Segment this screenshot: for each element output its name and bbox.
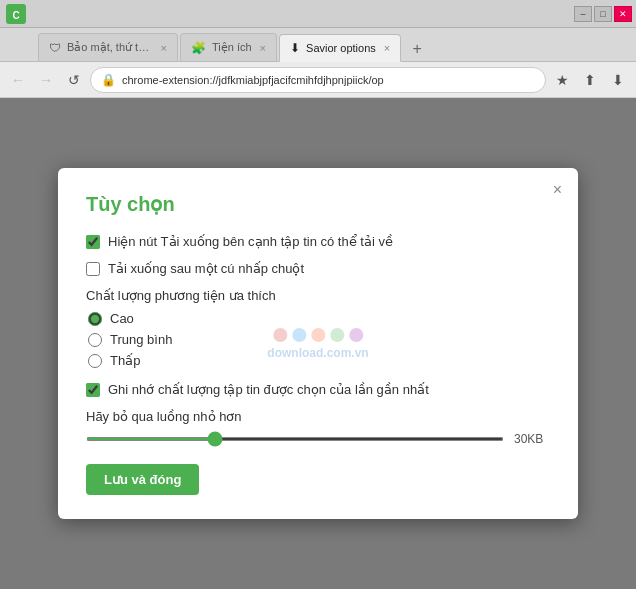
title-bar-buttons: – □ ✕ [574,6,632,22]
slider-label: Hãy bỏ qua luồng nhỏ hơn [86,409,550,424]
close-button[interactable]: ✕ [614,6,632,22]
tab-savior[interactable]: ⬇ Savior options × [279,34,401,62]
radio-trung-binh-row: Trung bình [88,332,550,347]
checkbox-remember-quality[interactable] [86,383,100,397]
address-bar[interactable]: 🔒 chrome-extension://jdfkmiabjpfjacifcmi… [90,67,546,93]
tab-label-extensions: Tiện ích [212,41,252,54]
checkbox-show-download-btn-label: Hiện nút Tải xuống bên cạnh tập tin có t… [108,234,393,249]
coccoc-logo: C [6,4,26,24]
tab-label-security: Bảo mật, thứ th... [67,41,153,54]
download-arrow-up[interactable]: ⬆ [578,68,602,92]
toolbar: ← → ↺ 🔒 chrome-extension://jdfkmiabjpfja… [0,62,636,98]
title-bar: C – □ ✕ [0,0,636,28]
slider-section: Hãy bỏ qua luồng nhỏ hơn 30KB [86,409,550,446]
back-button[interactable]: ← [6,68,30,92]
checkbox-one-click-row: Tải xuống sau một cú nhấp chuột [86,261,550,276]
tab-favicon-extensions: 🧩 [191,41,206,55]
tab-bar: 🛡 Bảo mật, thứ th... × 🧩 Tiện ích × ⬇ Sa… [0,28,636,62]
forward-button[interactable]: → [34,68,58,92]
page-content: download.com.vn × Tùy chọn Hiện nút Tải … [0,98,636,589]
dialog-title: Tùy chọn [86,192,550,216]
tab-close-extensions[interactable]: × [260,42,266,54]
address-icon: 🔒 [101,73,116,87]
slider-row: 30KB [86,432,550,446]
radio-trung-binh-label: Trung bình [110,332,172,347]
tab-extensions[interactable]: 🧩 Tiện ích × [180,33,277,61]
checkbox-show-download-btn-row: Hiện nút Tải xuống bên cạnh tập tin có t… [86,234,550,249]
checkbox-show-download-btn[interactable] [86,235,100,249]
slider-value: 30KB [514,432,550,446]
radio-thap-row: Thấp [88,353,550,368]
checkbox-remember-quality-row: Ghi nhớ chất lượng tập tin được chọn của… [86,382,550,397]
download-arrow-down[interactable]: ⬇ [606,68,630,92]
radio-thap-label: Thấp [110,353,140,368]
checkbox-one-click-label: Tải xuống sau một cú nhấp chuột [108,261,304,276]
tab-favicon-savior: ⬇ [290,41,300,55]
browser-window: C – □ ✕ 🛡 Bảo mật, thứ th... × 🧩 Tiện íc… [0,0,636,589]
save-close-button[interactable]: Lưu và đóng [86,464,199,495]
quality-radio-group: Cao Trung bình Thấp [88,311,550,368]
tab-close-security[interactable]: × [161,42,167,54]
checkbox-remember-quality-label: Ghi nhớ chất lượng tập tin được chọn của… [108,382,429,397]
radio-cao-label: Cao [110,311,134,326]
bitrate-slider[interactable] [86,437,504,441]
minimize-button[interactable]: – [574,6,592,22]
svg-text:C: C [12,10,19,21]
refresh-button[interactable]: ↺ [62,68,86,92]
tab-label-savior: Savior options [306,42,376,54]
bookmark-button[interactable]: ★ [550,68,574,92]
toolbar-actions: ★ ⬆ ⬇ [550,68,630,92]
maximize-button[interactable]: □ [594,6,612,22]
radio-cao[interactable] [88,312,102,326]
radio-trung-binh[interactable] [88,333,102,347]
address-text: chrome-extension://jdfkmiabjpfjacifcmihf… [122,74,535,86]
radio-cao-row: Cao [88,311,550,326]
new-tab-button[interactable]: + [405,37,429,61]
dialog-close-button[interactable]: × [553,182,562,198]
tab-favicon-security: 🛡 [49,41,61,55]
quality-section-label: Chất lượng phương tiện ưa thích [86,288,550,303]
dialog: download.com.vn × Tùy chọn Hiện nút Tải … [58,168,578,519]
checkbox-one-click[interactable] [86,262,100,276]
tab-close-savior[interactable]: × [384,42,390,54]
tab-security[interactable]: 🛡 Bảo mật, thứ th... × [38,33,178,61]
radio-thap[interactable] [88,354,102,368]
